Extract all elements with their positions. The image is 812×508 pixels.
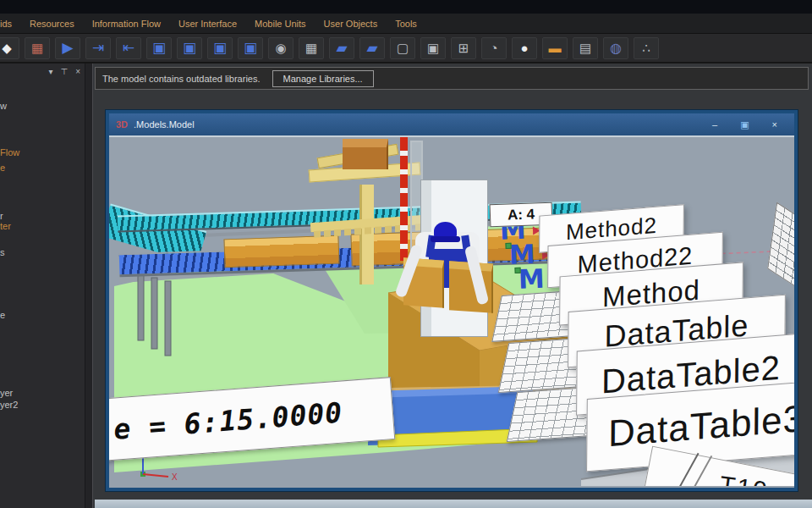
panel-splitter[interactable] (85, 64, 93, 508)
method-chip-icon (505, 243, 511, 249)
labeled-container-icon[interactable]: ▣ (420, 37, 446, 59)
menu-item-mobile-units[interactable]: Mobile Units (255, 19, 306, 29)
transporter2-icon[interactable]: ▰ (359, 37, 385, 59)
panel-collapse-icon[interactable]: ▾ (48, 67, 52, 76)
background-window-edge (95, 500, 812, 508)
menu-item-ids[interactable]: ids (0, 19, 12, 29)
tree-item[interactable]: w (0, 101, 7, 111)
transporter-icon[interactable]: ▰ (329, 37, 354, 59)
turntable-icon[interactable]: ◔ (481, 37, 507, 59)
menu-item-tools[interactable]: Tools (395, 19, 417, 29)
notification-bar: The model contains outdated libraries. M… (95, 67, 809, 90)
dome-icon[interactable]: ● (512, 37, 537, 59)
measuring-pole (400, 137, 408, 261)
tree-item[interactable]: e (0, 163, 5, 173)
model-3d-window: 3D .Models.Model – ▣ × (106, 110, 798, 491)
tree-item[interactable]: s (0, 247, 5, 257)
app-titlebar (0, 0, 812, 14)
crane-carton (343, 139, 388, 169)
axis-x-line (143, 474, 168, 477)
data-table-icon[interactable]: ▤ (573, 37, 598, 59)
notification-message: The model contains outdated libraries. (102, 74, 261, 84)
tree-item[interactable]: yer (0, 388, 13, 398)
class-library-icon[interactable]: ▦ (25, 37, 50, 59)
menu-item-resources[interactable]: Resources (30, 19, 74, 29)
menu-item-user-interface[interactable]: User Interface (178, 19, 237, 29)
menu-bar: ids Resources Information Flow User Inte… (0, 14, 812, 34)
crane-mast (359, 185, 374, 284)
worker-helmet-brim (431, 236, 460, 242)
container-icon[interactable]: ▢ (390, 37, 415, 59)
conveyor-box (223, 235, 339, 268)
globe-icon[interactable]: ◍ (603, 37, 628, 59)
tree-item[interactable]: Flow (0, 147, 19, 157)
window-title: .Models.Model (134, 119, 195, 130)
close-button[interactable]: × (772, 120, 777, 130)
parallel-station-icon[interactable]: ▣ (238, 37, 263, 59)
start-simulation-icon[interactable]: ▶ (55, 37, 80, 59)
menu-item-user-objects[interactable]: User Objects (324, 19, 378, 29)
hierarchy-icon[interactable]: ∴ (634, 37, 659, 59)
connector-icon[interactable]: ▬ (542, 37, 568, 59)
axis-x-label: X (172, 472, 178, 482)
panel-close-icon[interactable]: × (75, 67, 80, 76)
manage-libraries-button[interactable]: Manage Libraries... (272, 70, 374, 87)
workspace: The model contains outdated libraries. M… (93, 64, 812, 508)
3d-viewport[interactable]: Z X (109, 135, 794, 486)
pointer-icon[interactable]: ◆ (0, 37, 19, 59)
method-chip-icon (514, 268, 520, 273)
tree-item[interactable]: r (0, 211, 3, 221)
maximize-button[interactable]: ▣ (740, 120, 749, 130)
tree-item[interactable]: e (0, 310, 5, 320)
3d-badge: 3D (116, 119, 128, 130)
step-back-icon[interactable]: ⇤ (116, 37, 141, 59)
panel-pin-icon[interactable]: ⊤ (60, 67, 68, 76)
frame-icon[interactable]: ▣ (146, 37, 172, 59)
menu-item-information-flow[interactable]: Information Flow (92, 19, 161, 29)
method-grid-icon[interactable]: ▦ (299, 37, 324, 59)
event-controller-icon[interactable]: ◉ (268, 37, 294, 59)
tree-item[interactable]: ter (0, 221, 11, 231)
single-station-icon[interactable]: ▣ (207, 37, 233, 59)
window-titlebar[interactable]: 3D .Models.Model – ▣ × (109, 113, 794, 135)
toolbar: ◆ ▦ ▶ ⇥ ⇤ ▣ ▣ ▣ ▣ ◉ ▦ ▰ ▰ ▢ ▣ ⊞ ◔ ● ▬ ▤ … (0, 34, 812, 64)
class-library-panel: ▾ ⊤ × w Flow e r ter s e yer yer2 (0, 64, 85, 508)
crossing-icon[interactable]: ⊞ (451, 37, 476, 59)
frame-link-icon[interactable]: ▣ (177, 37, 202, 59)
step-forward-icon[interactable]: ⇥ (85, 37, 111, 59)
tree-item[interactable]: yer2 (0, 400, 18, 410)
minimize-button[interactable]: – (712, 120, 717, 130)
